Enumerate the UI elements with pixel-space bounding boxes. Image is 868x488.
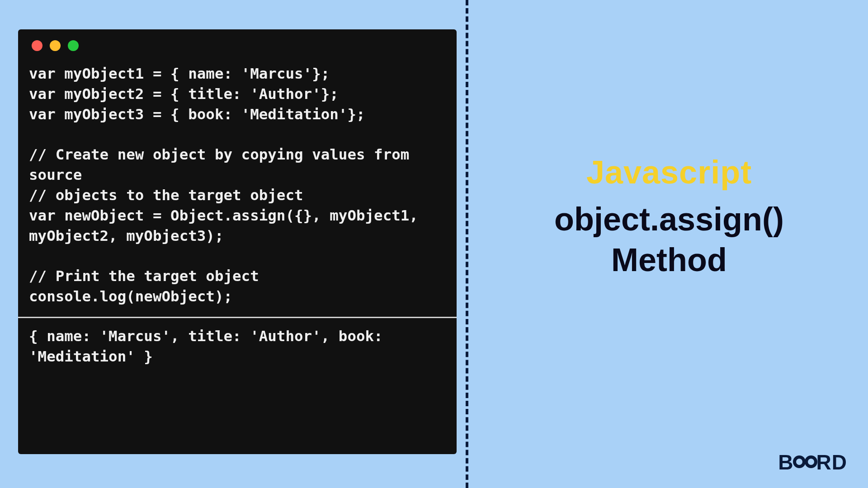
window-traffic-lights (32, 40, 446, 51)
code-output: { name: 'Marcus', title: 'Author', book:… (29, 326, 446, 367)
close-icon (32, 40, 42, 51)
vertical-divider (466, 0, 468, 488)
code-output-divider (18, 317, 457, 318)
title-line-2: object.assign() (484, 199, 854, 239)
infinity-icon (793, 455, 817, 469)
logo-text-right: RD (816, 450, 847, 474)
logo-text-left: B (778, 450, 793, 474)
slide-title: Javascript object.assign() Method (484, 154, 854, 280)
code-block: var myObject1 = { name: 'Marcus'}; var m… (29, 64, 446, 307)
code-snippet-card: var myObject1 = { name: 'Marcus'}; var m… (18, 29, 457, 454)
minimize-icon (50, 40, 61, 51)
title-line-3: Method (484, 239, 854, 280)
title-line-1: Javascript (484, 154, 854, 191)
maximize-icon (68, 40, 79, 51)
brand-logo: B RD (778, 450, 847, 474)
